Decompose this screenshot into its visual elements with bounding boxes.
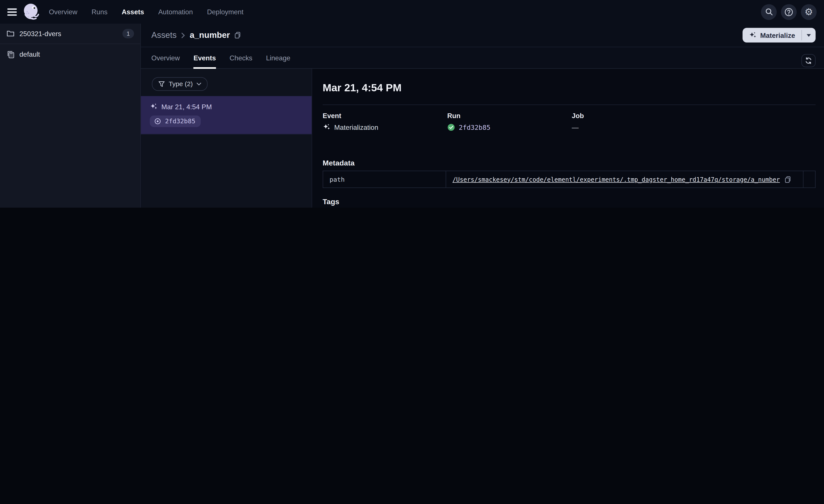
metadata-path-link[interactable]: /Users/smackesey/stm/code/elementl/exper… [452,176,780,183]
job-value: — [572,123,579,131]
materialization-sparkle-icon [150,103,158,111]
asset-header: Assets a_number [141,24,824,47]
tab-overview[interactable]: Overview [151,47,180,68]
metadata-section: Metadata path /Users/smackesey/stm/code/… [323,158,816,188]
type-filter-button[interactable]: Type (2) [152,77,207,91]
type-filter-label: Type (2) [169,80,193,88]
event-run-id: 2fd32b85 [165,118,195,125]
code-location-label: 250321-dvers [19,30,61,37]
group-label: default [19,50,40,58]
asset-tabs: Overview Events Checks Lineage [141,47,824,69]
materialize-split-button: Materialize [742,28,816,43]
refresh-button[interactable] [802,54,816,67]
tab-events[interactable]: Events [194,47,216,68]
event-run-chip[interactable]: 2fd32b85 [150,116,201,127]
chevron-down-icon [196,83,201,86]
metadata-heading: Metadata [323,158,816,167]
event-type-value: Materialization [334,123,378,131]
asset-catalog-sidebar: 250321-dvers 1 [0,24,141,208]
chevron-right-icon [181,32,185,38]
tab-checks[interactable]: Checks [229,47,252,68]
metadata-table: path /Users/smackesey/stm/code/elementl/… [323,171,816,188]
gear-icon: ⚙ [805,7,813,17]
nav-item-runs[interactable]: Runs [92,8,108,16]
nav-item-deployment[interactable]: Deployment [207,8,243,16]
run-success-icon [447,123,455,131]
nav-item-automation[interactable]: Automation [158,8,193,16]
materialize-button[interactable]: Materialize [742,28,802,43]
search-button[interactable] [761,4,777,20]
dagster-app: Overview Runs Assets Automation Deployme… [0,0,824,208]
tags-heading: Tags [323,198,816,206]
divider [323,105,816,105]
breadcrumb-assets-link[interactable]: Assets [151,30,177,40]
materialize-label: Materialize [760,31,795,39]
refresh-icon [805,57,812,65]
sparkle-icon [749,31,756,39]
event-detail-title: Mar 21, 4:54 PM [323,82,816,94]
run-column-label: Run [447,112,572,120]
settings-button[interactable]: ⚙ [801,4,817,20]
help-button[interactable] [781,4,797,20]
event-column-label: Event [323,112,447,120]
copy-icon [234,31,241,39]
dagster-logo[interactable] [22,2,41,22]
events-filter-row: Type (2) [141,69,312,96]
sidebar-item-group-default[interactable]: default [0,44,140,65]
copy-icon [784,176,792,183]
tags-section: Tags code_version 2fd32b85-59be-4d7d-8d6… [323,198,816,208]
topnav-actions: ⚙ [761,4,817,20]
top-nav: Overview Runs Assets Automation Deployme… [0,0,824,24]
folder-icon [6,29,15,38]
event-detail-panel: Mar 21, 4:54 PM Event [312,69,824,208]
asset-key-title: a_number [190,30,230,40]
run-target-icon [154,118,161,125]
copy-path-button[interactable] [784,176,792,183]
nav-item-overview[interactable]: Overview [49,8,78,16]
asset-group-icon [6,50,15,58]
filter-funnel-icon [158,81,165,88]
caret-down-icon [807,34,811,36]
table-row: path /Users/smackesey/stm/code/elementl/… [323,171,815,188]
empty-cell [803,171,815,188]
materialization-sparkle-icon [323,123,330,131]
summary-run-column: Run 2fd32b85 [447,112,572,131]
metadata-key: path [323,171,446,188]
main-nav: Overview Runs Assets Automation Deployme… [49,8,243,16]
event-summary: Event Materialization [323,112,816,131]
run-id-link[interactable]: 2fd32b85 [459,123,490,131]
nav-item-assets[interactable]: Assets [122,8,144,16]
job-column-label: Job [572,112,816,120]
asset-count-badge: 1 [122,29,134,38]
summary-event-column: Event Materialization [323,112,447,131]
search-icon [764,7,774,16]
copy-asset-key-button[interactable] [234,31,241,39]
sidebar-item-code-location[interactable]: 250321-dvers 1 [0,24,140,44]
tab-lineage[interactable]: Lineage [266,47,290,68]
materialize-dropdown-button[interactable] [802,28,816,43]
summary-job-column: Job — [572,112,816,131]
hamburger-menu-icon[interactable] [7,8,17,16]
event-timestamp: Mar 21, 4:54 PM [161,103,212,111]
events-list-panel: Type (2) [141,69,312,208]
help-icon [784,7,794,17]
event-list-item-selected[interactable]: Mar 21, 4:54 PM 2fd32b85 [141,96,312,134]
